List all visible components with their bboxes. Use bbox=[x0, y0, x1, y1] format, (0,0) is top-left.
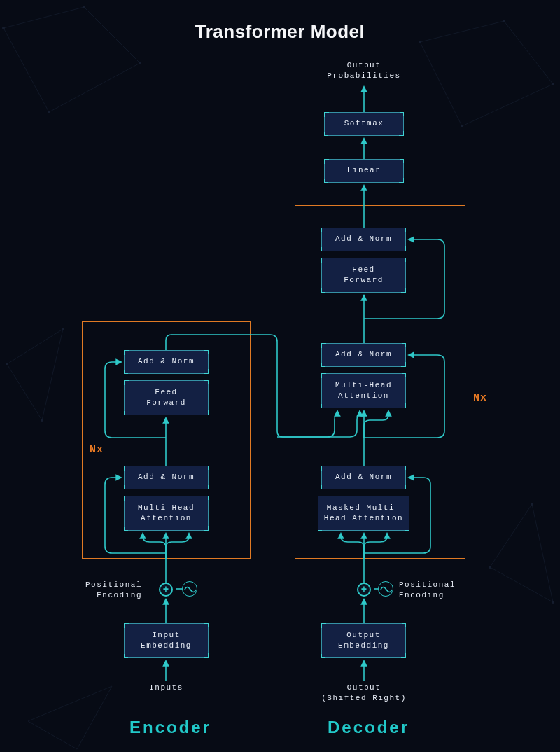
decoder-multihead: Multi-Head Attention bbox=[321, 373, 406, 408]
decoder-masked-multihead-label: Masked Multi- Head Attention bbox=[324, 503, 403, 524]
encoder-inputs-label: Inputs bbox=[124, 683, 209, 693]
encoder-addnorm-top: Add & Norm bbox=[124, 350, 209, 374]
decoder-feedforward-label: Feed Forward bbox=[344, 265, 384, 286]
linear-label: Linear bbox=[347, 165, 382, 176]
svg-point-2 bbox=[139, 62, 141, 64]
decoder-embedding: Output Embedding bbox=[321, 623, 406, 658]
svg-point-11 bbox=[531, 503, 533, 506]
svg-point-3 bbox=[48, 111, 50, 113]
softmax-block: Softmax bbox=[324, 112, 404, 136]
svg-point-1 bbox=[83, 6, 85, 8]
encoder-column-title: Encoder bbox=[130, 718, 211, 737]
encoder-multihead-label: Multi-Head Attention bbox=[138, 503, 195, 524]
decoder-addnorm-1-label: Add & Norm bbox=[335, 234, 392, 244]
encoder-addnorm-bottom-label: Add & Norm bbox=[138, 472, 195, 482]
encoder-nx-label: Nx bbox=[90, 444, 104, 456]
encoder-feedforward: Feed Forward bbox=[124, 380, 209, 415]
softmax-label: Softmax bbox=[344, 118, 384, 129]
encoder-addnorm-top-label: Add & Norm bbox=[138, 356, 195, 367]
encoder-add-positional: + bbox=[159, 583, 173, 597]
encoder-multihead: Multi-Head Attention bbox=[124, 496, 209, 531]
decoder-addnorm-1: Add & Norm bbox=[321, 228, 406, 251]
decoder-posenc-label: Positional Encoding bbox=[399, 580, 469, 601]
decoder-masked-multihead: Masked Multi- Head Attention bbox=[318, 496, 410, 531]
svg-point-9 bbox=[62, 328, 64, 330]
decoder-outputs-label: Output (Shifted Right) bbox=[308, 683, 420, 704]
svg-point-13 bbox=[552, 601, 554, 604]
decoder-addnorm-3: Add & Norm bbox=[321, 466, 406, 489]
decoder-column-title: Decoder bbox=[328, 718, 410, 737]
encoder-posenc-label: Positional Encoding bbox=[72, 580, 142, 601]
decoder-feedforward: Feed Forward bbox=[321, 258, 406, 293]
svg-point-5 bbox=[552, 83, 554, 85]
decoder-addnorm-3-label: Add & Norm bbox=[335, 472, 392, 482]
decoder-embedding-label: Output Embedding bbox=[338, 630, 389, 652]
encoder-sine-icon bbox=[182, 581, 197, 597]
decoder-nx-label: Nx bbox=[473, 392, 487, 404]
svg-point-10 bbox=[41, 419, 43, 422]
encoder-embedding-label: Input Embedding bbox=[141, 630, 192, 652]
linear-block: Linear bbox=[324, 159, 404, 183]
svg-point-12 bbox=[489, 566, 491, 569]
decoder-addnorm-2: Add & Norm bbox=[321, 343, 406, 367]
encoder-embedding: Input Embedding bbox=[124, 623, 209, 658]
encoder-addnorm-bottom: Add & Norm bbox=[124, 466, 209, 489]
svg-point-8 bbox=[6, 363, 8, 365]
diagram-title: Transformer Model bbox=[0, 21, 560, 43]
decoder-add-positional: + bbox=[357, 583, 371, 597]
decoder-addnorm-2-label: Add & Norm bbox=[335, 349, 392, 360]
svg-point-6 bbox=[461, 125, 463, 127]
encoder-feedforward-label: Feed Forward bbox=[146, 387, 186, 409]
decoder-multihead-label: Multi-Head Attention bbox=[335, 380, 392, 402]
decoder-sine-icon bbox=[378, 581, 393, 597]
output-prob-label: Output Probabilities bbox=[301, 60, 427, 82]
